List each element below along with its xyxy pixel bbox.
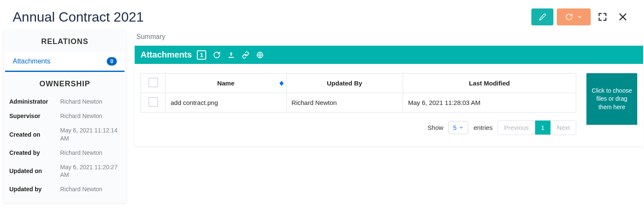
pager-entries-label: entries (473, 124, 492, 131)
relations-heading: RELATIONS (3, 30, 126, 52)
link-icon (242, 51, 249, 59)
ownership-value: May 6, 2021 11:20:27 AM (60, 163, 120, 179)
cell-updated-by: Richard Newton (286, 93, 403, 113)
ownership-row: Supervisor Richard Newton (9, 109, 120, 123)
col-last-modified[interactable]: Last Modified (403, 74, 576, 93)
header-actions (531, 8, 631, 25)
pager: Show 5 entries Previous 1 Next (141, 120, 576, 135)
ownership-value: Richard Newton (60, 98, 120, 105)
ownership-row: Created by Richard Newton (9, 146, 120, 160)
select-all-checkbox[interactable] (149, 78, 158, 87)
chevron-down-icon (459, 125, 464, 130)
col-name[interactable]: Name (166, 74, 287, 93)
row-checkbox[interactable] (149, 97, 158, 107)
ownership-row: Updated on May 6, 2021 11:20:27 AM (9, 160, 120, 182)
pager-show-label: Show (428, 124, 444, 131)
close-icon (618, 12, 628, 22)
attachments-panel: Attachments 1 (135, 46, 644, 146)
ownership-label: Created on (9, 131, 60, 138)
col-name-label: Name (217, 80, 235, 87)
ownership-value: Richard Newton (60, 149, 120, 157)
pager-previous[interactable]: Previous (498, 121, 535, 135)
edit-button[interactable] (531, 8, 553, 25)
ownership-label: Updated by (9, 186, 60, 192)
pager-next[interactable]: Next (551, 121, 576, 135)
ownership-row: Updated by Richard Newton (9, 182, 120, 196)
ownership-value: Richard Newton (60, 185, 120, 193)
col-select (141, 74, 166, 93)
upload-button[interactable] (227, 51, 235, 59)
page-buttons: Previous 1 Next (498, 120, 576, 135)
ownership-label: Supervisor (9, 113, 60, 119)
col-updated-by[interactable]: Updated By (286, 74, 403, 93)
link-button[interactable] (242, 51, 249, 59)
chevron-down-icon (577, 14, 582, 19)
panel-count: 1 (197, 50, 206, 60)
expand-icon (597, 12, 608, 22)
panel-toolbar (213, 51, 264, 59)
ownership-label: Created by (9, 149, 60, 156)
refresh-dropdown-button[interactable] (557, 8, 591, 25)
main-content: Summary Attachments 1 (126, 30, 644, 146)
panel-title: Attachments (141, 50, 192, 60)
reload-icon (213, 51, 221, 59)
panel-header: Attachments 1 (135, 46, 643, 64)
page-size-value: 5 (453, 124, 456, 131)
file-dropzone[interactable]: Click to choose files or drag them here (586, 73, 637, 125)
pencil-icon (539, 13, 546, 21)
ownership-value: Richard Newton (60, 112, 120, 120)
cell-name: add contract.png (166, 93, 287, 113)
ownership-label: Updated on (9, 168, 60, 174)
page-title: Annual Contract 2021 (13, 9, 144, 25)
ownership-value: May 6, 2021 11:12:14 AM (60, 126, 120, 142)
refresh-icon (565, 13, 573, 21)
upload-icon (227, 51, 235, 59)
ownership-table: Administrator Richard Newton Supervisor … (3, 94, 126, 203)
table-wrap: Name Updated By Last Modified (141, 73, 576, 135)
ownership-heading: OWNERSHIP (3, 72, 126, 94)
ownership-row: Created on May 6, 2021 11:12:14 AM (9, 123, 120, 145)
globe-icon (256, 51, 264, 59)
ownership-label: Administrator (9, 98, 60, 105)
svg-marker-5 (279, 83, 284, 86)
table-row[interactable]: add contract.png Richard Newton May 6, 2… (141, 93, 576, 113)
globe-button[interactable] (256, 51, 264, 59)
pager-page-1[interactable]: 1 (535, 121, 551, 135)
reload-button[interactable] (213, 51, 221, 59)
tab-summary[interactable]: Summary (136, 33, 165, 40)
sidebar: RELATIONS Attachments 0 OWNERSHIP Admini… (3, 30, 126, 203)
close-button[interactable] (614, 8, 631, 25)
page-size-select[interactable]: 5 (448, 121, 468, 134)
sort-indicator-icon (279, 81, 284, 86)
sidebar-item-label: Attachments (13, 58, 50, 65)
panel-body: Name Updated By Last Modified (135, 64, 643, 146)
cell-last-modified: May 6, 2021 11:28:03 AM (403, 93, 576, 113)
fullscreen-button[interactable] (594, 8, 611, 25)
tab-bar: Summary (135, 30, 644, 46)
svg-rect-2 (229, 57, 234, 58)
sidebar-item-attachments[interactable]: Attachments 0 (5, 52, 124, 72)
attachments-table: Name Updated By Last Modified (141, 73, 576, 113)
attachments-count-badge: 0 (107, 57, 117, 66)
ownership-row: Administrator Richard Newton (9, 94, 120, 109)
